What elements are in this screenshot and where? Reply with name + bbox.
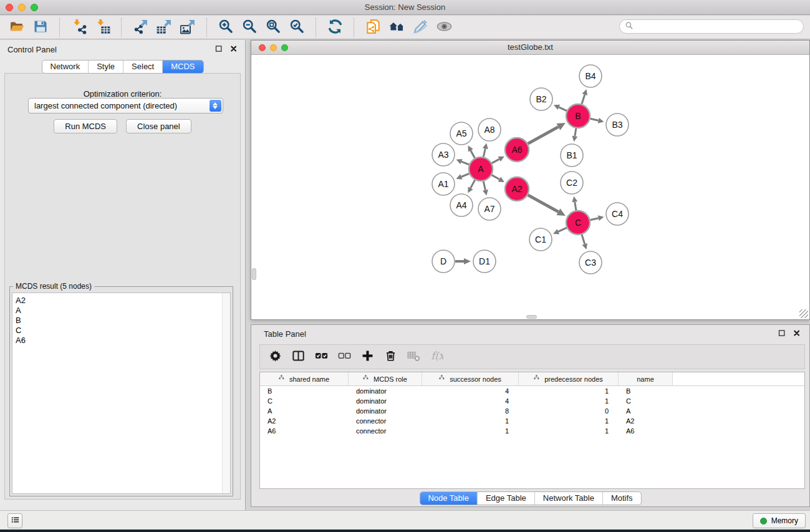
table-cell[interactable]: 4 bbox=[422, 396, 519, 406]
float-table-panel-icon[interactable] bbox=[778, 329, 787, 338]
graph-node-B1[interactable]: B1 bbox=[561, 144, 583, 167]
close-window-button[interactable] bbox=[6, 4, 13, 11]
table-cell[interactable]: 1 bbox=[519, 416, 619, 426]
task-history-button[interactable] bbox=[7, 513, 22, 528]
import-network-button[interactable] bbox=[67, 17, 90, 37]
network-minimize-button[interactable] bbox=[270, 44, 277, 51]
open-session-button[interactable] bbox=[5, 17, 29, 37]
graph-edge-A-A7[interactable] bbox=[483, 181, 488, 196]
network-horizontal-scrollbar[interactable] bbox=[526, 315, 537, 319]
table-cell[interactable]: 4 bbox=[422, 386, 519, 396]
graph-edge-C-C2[interactable] bbox=[572, 196, 577, 211]
tab-select[interactable]: Select bbox=[123, 60, 162, 73]
table-row[interactable]: Cdominator41C bbox=[260, 396, 804, 406]
run-mcds-button[interactable]: Run MCDS bbox=[54, 119, 117, 133]
graph-node-A6[interactable]: A6 bbox=[505, 138, 529, 162]
graph-node-C2[interactable]: C2 bbox=[561, 172, 583, 194]
column-header-MCDS-role[interactable]: MCDS role bbox=[349, 372, 422, 385]
column-header-shared-name[interactable]: shared name bbox=[260, 372, 349, 385]
memory-button[interactable]: Memory bbox=[753, 513, 806, 528]
graph-node-A8[interactable]: A8 bbox=[478, 118, 501, 141]
zoom-window-button[interactable] bbox=[31, 4, 38, 11]
tab-network-table[interactable]: Network Table bbox=[534, 492, 602, 505]
refresh-button[interactable] bbox=[323, 17, 347, 37]
table-cell[interactable]: dominator bbox=[349, 386, 422, 396]
graph-edge-A-A8[interactable] bbox=[483, 143, 488, 157]
export-image-button[interactable] bbox=[176, 17, 200, 37]
table-cell[interactable]: 1 bbox=[422, 426, 519, 436]
deselect-all-rows-button[interactable] bbox=[335, 347, 354, 366]
minimize-window-button[interactable] bbox=[18, 4, 26, 11]
graph-edge-A-A2[interactable] bbox=[492, 175, 504, 182]
table-cell[interactable]: 0 bbox=[519, 406, 619, 416]
close-table-panel-icon[interactable] bbox=[793, 329, 802, 338]
graph-node-B4[interactable]: B4 bbox=[579, 65, 602, 87]
graph-edge-A6-B[interactable] bbox=[528, 123, 566, 143]
table-cell[interactable]: B bbox=[619, 386, 673, 396]
tab-edge-table[interactable]: Edge Table bbox=[477, 492, 534, 505]
graph-node-A[interactable]: A bbox=[469, 157, 493, 181]
graph-node-B2[interactable]: B2 bbox=[530, 88, 552, 110]
graph-edge-B-B2[interactable] bbox=[554, 105, 567, 111]
export-network-button[interactable] bbox=[128, 17, 152, 37]
graph-node-C[interactable]: C bbox=[566, 211, 590, 235]
graph-edge-B-B1[interactable] bbox=[572, 128, 577, 142]
graph-edge-B-B4[interactable] bbox=[582, 89, 587, 104]
import-table-button[interactable] bbox=[90, 17, 114, 37]
network-graph[interactable]: B4B2BB3A5A8A6B1A3AA1A2C2A4A7CC4C1C3DD1 bbox=[251, 56, 809, 319]
table-row[interactable]: A2connector11A2 bbox=[260, 416, 804, 426]
network-zoom-button[interactable] bbox=[281, 44, 288, 51]
graph-node-A7[interactable]: A7 bbox=[478, 198, 501, 220]
table-cell[interactable]: A2 bbox=[619, 416, 673, 426]
network-canvas[interactable]: B4B2BB3A5A8A6B1A3AA1A2C2A4A7CC4C1C3DD1 bbox=[251, 56, 809, 319]
mcds-result-item[interactable]: A2 bbox=[16, 296, 230, 306]
criterion-dropdown[interactable]: largest connected component (directed) bbox=[28, 98, 223, 114]
network-window-titlebar[interactable]: testGlobe.txt bbox=[251, 41, 809, 55]
table-cell[interactable]: dominator bbox=[349, 406, 422, 416]
graph-edge-C-C3[interactable] bbox=[582, 235, 587, 249]
network-close-button[interactable] bbox=[259, 44, 266, 51]
tab-mcds[interactable]: MCDS bbox=[162, 60, 203, 73]
graph-node-C1[interactable]: C1 bbox=[529, 228, 552, 251]
column-header-name[interactable]: name bbox=[619, 372, 673, 385]
table-cell[interactable]: connector bbox=[349, 426, 422, 436]
graph-edge-D-D1[interactable] bbox=[455, 258, 471, 264]
graph-node-C4[interactable]: C4 bbox=[606, 203, 629, 225]
table-options-gear-button[interactable] bbox=[266, 347, 284, 366]
graph-node-A5[interactable]: A5 bbox=[450, 122, 473, 145]
graph-node-A3[interactable]: A3 bbox=[432, 143, 455, 166]
graph-edge-C-C1[interactable] bbox=[553, 228, 567, 234]
graph-node-D[interactable]: D bbox=[432, 250, 455, 273]
tab-node-table[interactable]: Node Table bbox=[420, 492, 477, 505]
table-cell[interactable]: 1 bbox=[519, 396, 619, 406]
tab-network[interactable]: Network bbox=[42, 60, 88, 73]
graph-edge-A-A5[interactable] bbox=[468, 145, 475, 158]
network-files-button[interactable] bbox=[361, 17, 385, 37]
table-cell[interactable]: C bbox=[619, 396, 673, 406]
graph-node-A1[interactable]: A1 bbox=[432, 173, 455, 195]
table-cell[interactable]: 1 bbox=[422, 416, 519, 426]
graph-edge-A-A4[interactable] bbox=[468, 180, 475, 193]
tab-motifs[interactable]: Motifs bbox=[602, 492, 641, 505]
table-cell[interactable]: dominator bbox=[349, 396, 422, 406]
graph-node-B[interactable]: B bbox=[566, 104, 590, 128]
graph-node-B3[interactable]: B3 bbox=[606, 114, 629, 136]
result-list-scrollbar[interactable] bbox=[222, 293, 230, 493]
delete-columns-button[interactable] bbox=[381, 347, 400, 366]
graph-edge-A-A1[interactable] bbox=[456, 173, 469, 179]
table-row[interactable]: Adominator80A bbox=[260, 406, 804, 416]
table-cell[interactable]: A2 bbox=[260, 416, 349, 426]
zoom-fit-button[interactable] bbox=[261, 17, 285, 37]
mcds-result-item[interactable]: B bbox=[16, 316, 230, 326]
graph-edge-B-B3[interactable] bbox=[591, 118, 604, 123]
save-session-button[interactable] bbox=[29, 17, 52, 37]
create-column-button[interactable] bbox=[358, 347, 377, 366]
graph-edge-C-C4[interactable] bbox=[591, 215, 604, 221]
zoom-in-button[interactable] bbox=[214, 17, 238, 37]
close-panel-button[interactable]: Close panel bbox=[126, 119, 191, 133]
network-resize-grip[interactable] bbox=[799, 309, 808, 318]
select-all-rows-button[interactable] bbox=[312, 347, 330, 366]
table-cell[interactable]: C bbox=[260, 396, 349, 406]
show-columns-button[interactable] bbox=[289, 347, 307, 366]
table-cell[interactable]: connector bbox=[349, 416, 422, 426]
